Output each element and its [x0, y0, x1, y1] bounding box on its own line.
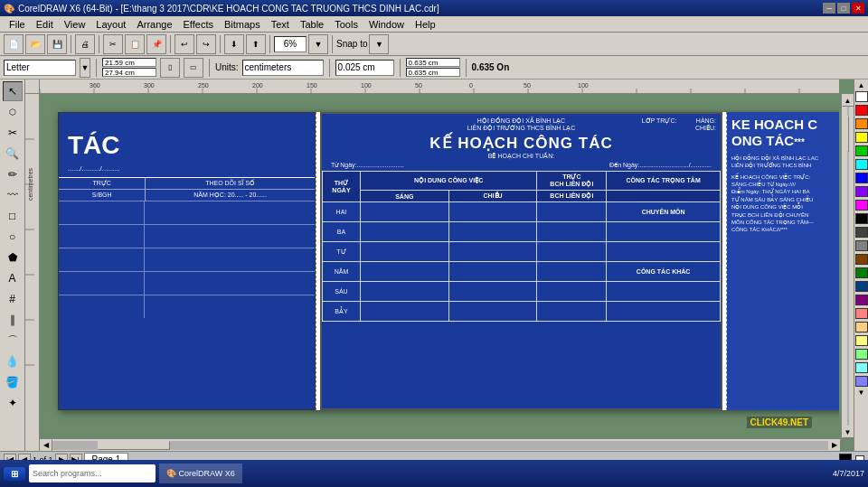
zoom-input[interactable]: 6% [274, 36, 307, 52]
hscroll-right[interactable]: ▶ [828, 439, 841, 452]
vscroll-thumb[interactable] [847, 116, 849, 152]
horizontal-scrollbar[interactable]: ◀ ▶ [40, 438, 841, 451]
undo-button[interactable]: ↩ [175, 34, 194, 54]
nudge-input[interactable]: 0.025 cm [335, 60, 394, 76]
color-yellow[interactable] [855, 132, 868, 143]
shape-tool[interactable]: ⬡ [3, 102, 23, 122]
color-lightgreen[interactable] [855, 349, 868, 360]
obj-x-dim[interactable]: 0.635 cm [406, 58, 460, 67]
paste-button[interactable]: 📌 [146, 34, 166, 54]
menu-layout[interactable]: Layout [90, 18, 131, 31]
smartdraw-tool[interactable]: 〰 [3, 185, 23, 205]
landscape-button[interactable]: ▭ [184, 58, 203, 78]
color-darkgreen[interactable] [855, 267, 868, 278]
fill-tool[interactable]: 🪣 [3, 372, 23, 392]
obj-y-dim[interactable]: 0.635 cm [406, 68, 460, 77]
polygon-tool[interactable]: ⬟ [3, 248, 23, 267]
interactive-tool[interactable]: ✦ [3, 393, 23, 413]
color-lightred[interactable] [855, 308, 868, 319]
right-org: HỘI ĐỒNG ĐỘI XÃ BÌNH LẠC LACLIÊN ĐỘI TRƯ… [727, 154, 839, 172]
color-magenta[interactable] [855, 200, 868, 211]
page-size-dropdown[interactable]: ▼ [80, 58, 90, 78]
color-lightyellow[interactable] [855, 335, 868, 346]
crop-tool[interactable]: ✂ [3, 123, 23, 143]
menu-table[interactable]: Table [295, 18, 329, 31]
minimize-button[interactable]: ─ [823, 3, 835, 14]
select-tool[interactable]: ↖ [3, 81, 23, 101]
color-lightcyan[interactable] [855, 362, 868, 373]
thu-hai: HAI [323, 202, 361, 222]
export-button[interactable]: ⬆ [246, 34, 266, 54]
right-panel: KE HOACH CONG TÁC*** HỘI ĐỒNG ĐỘI XÃ BÌN… [727, 112, 839, 410]
page-size-select[interactable]: Letter [4, 60, 76, 76]
dropper-tool[interactable]: 💧 [3, 351, 23, 371]
vscroll-up[interactable]: ▲ [842, 94, 854, 107]
dim-on-label: 0.635 On [472, 62, 510, 72]
sep-p4 [400, 59, 401, 77]
color-cyan[interactable] [855, 159, 868, 170]
menu-text[interactable]: Text [266, 18, 295, 31]
close-button[interactable]: ✕ [852, 3, 864, 14]
text-tool[interactable]: A [3, 268, 23, 288]
open-button[interactable]: 📂 [25, 34, 45, 54]
connector-tool[interactable]: ⌒ [3, 331, 23, 351]
menu-file[interactable]: File [4, 18, 31, 31]
lop-truc-info: LỚP TRỰC: HÀNG: CHIỀU: [642, 117, 716, 132]
menu-tools[interactable]: Tools [329, 18, 363, 31]
color-purple[interactable] [855, 186, 868, 197]
cut-button[interactable]: ✂ [103, 34, 123, 54]
menu-view[interactable]: View [59, 18, 91, 31]
portrait-button[interactable]: ▯ [160, 58, 180, 78]
zoom-dropdown[interactable]: ▼ [308, 34, 328, 54]
print-button[interactable]: 🖨 [75, 34, 95, 54]
color-green[interactable] [855, 145, 868, 156]
color-blue[interactable] [855, 173, 868, 183]
color-orange[interactable] [855, 118, 868, 129]
save-button[interactable]: 💾 [47, 34, 67, 54]
menu-arrange[interactable]: Arrange [131, 18, 177, 31]
start-button[interactable]: ⊞ [4, 467, 25, 481]
color-red[interactable] [855, 105, 868, 116]
vscroll-track[interactable] [847, 107, 849, 426]
page-width[interactable]: 21.59 cm [102, 58, 156, 67]
color-darkpurple[interactable] [855, 295, 868, 305]
import-button[interactable]: ⬇ [224, 34, 244, 54]
page-height[interactable]: 27.94 cm [102, 68, 156, 77]
maximize-button[interactable]: □ [837, 3, 850, 14]
parallel-tool[interactable]: ∥ [3, 310, 23, 330]
hscroll-track[interactable] [52, 441, 828, 450]
zoom-tool[interactable]: 🔍 [3, 144, 23, 164]
canvas-area[interactable]: 360 300 250 200 150 100 50 0 50 100 cent… [25, 80, 854, 451]
right-content: KẾ HOẠCH CÔNG VIỆC TRỰC:SÁNG-CHIỀU Từ Ng… [727, 172, 839, 236]
vscroll-down[interactable]: ▼ [842, 426, 854, 438]
hscroll-thumb[interactable] [98, 441, 170, 450]
menu-bitmaps[interactable]: Bitmaps [219, 18, 266, 31]
freehand-tool[interactable]: ✏ [3, 164, 23, 184]
hscroll-left[interactable]: ◀ [40, 439, 52, 452]
menu-effects[interactable]: Effects [178, 18, 219, 31]
menu-window[interactable]: Window [363, 18, 410, 31]
menu-help[interactable]: Help [410, 18, 441, 31]
color-darkgray[interactable] [855, 227, 868, 238]
rect-tool[interactable]: □ [3, 206, 23, 226]
color-white[interactable] [855, 91, 868, 102]
palette-scroll-up[interactable]: ▲ [855, 81, 868, 89]
color-gray[interactable] [855, 240, 868, 251]
color-darkblue[interactable] [855, 281, 868, 292]
menu-edit[interactable]: Edit [31, 18, 59, 31]
snap-dropdown[interactable]: ▼ [369, 34, 389, 54]
redo-button[interactable]: ↪ [196, 34, 216, 54]
color-brown[interactable] [855, 254, 868, 265]
units-select[interactable]: centimeters [242, 60, 324, 76]
vertical-scrollbar[interactable]: ▲ ▼ [841, 94, 854, 438]
taskbar-search[interactable]: Search programs... [29, 464, 156, 482]
copy-button[interactable]: 📋 [125, 34, 145, 54]
taskbar-corel[interactable]: 🎨 CorelDRAW X6 [159, 464, 242, 483]
new-button[interactable]: 📄 [4, 34, 24, 54]
ellipse-tool[interactable]: ○ [3, 227, 23, 247]
color-lightblue[interactable] [855, 376, 868, 387]
color-peach[interactable] [855, 322, 868, 332]
palette-scroll-down[interactable]: ▼ [855, 389, 868, 397]
color-black[interactable] [855, 213, 868, 224]
table-tool[interactable]: # [3, 289, 23, 309]
